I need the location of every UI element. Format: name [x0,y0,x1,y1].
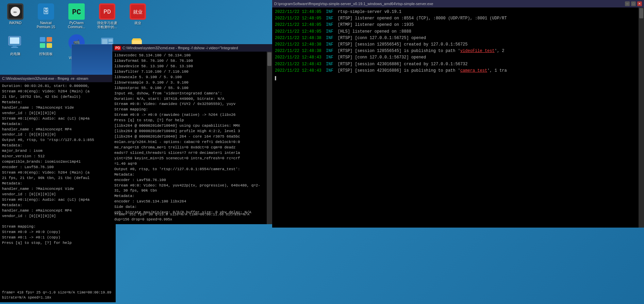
cmd-dshow-title: C:\Windows\system32\cmd.exe - ffmpeg -f … [122,46,238,50]
cmd-line: handler_name : ?Mainconcept Vide [2,105,114,111]
pycharm-label: PyCharmCommuni... [68,21,85,29]
icon-this-pc[interactable]: 此电脑 [3,34,27,60]
svg-rect-13 [13,45,17,47]
cmd-line: libpostproc 55. 9.100 / 55. 9.100 [114,86,266,91]
icon-pycharm[interactable]: PC PyCharmCommuni... [65,3,88,29]
scroll-thumb[interactable] [267,52,271,66]
rtsp-time-8: 2022/11/22 12:48:43 [275,55,321,60]
rtsp-server-window[interactable]: D:\programSoftware\ffmpeg\rtsp-simple-se… [272,0,644,228]
cmd-line: Stream #0:0 -> #0:0 (copy) [2,230,114,235]
icon-career[interactable]: 就业 就业 [126,3,150,29]
control-panel-image [38,34,54,51]
study-label: 强化学习在废劳检测中的... [97,21,117,29]
study-image: PD [99,3,115,20]
rtsp-level-4: INF [326,29,333,34]
rtsp-text-7a: [RTSP] [session 128556545] is publishing… [338,49,460,53]
svg-text:PD: PD [103,8,111,15]
close-button[interactable]: ✕ [637,1,642,6]
rtsp-log-line-2: 2022/11/22 12:48:05 INF [RTSP] listener … [275,15,637,22]
cmd-line: Stream #0:0(eng): Video: h264 (Main) (a [2,89,114,94]
rtsp-log-line-3: 2022/11/22 12:48:05 INF [RTMP] listener … [275,22,637,28]
cmd-restream-title: C:\Windows\system32\cmd.exe - ffmpeg -re… [2,76,88,81]
cmd-line: eads=7 sliced_threads=1 slices=7 nr=0 de… [114,150,266,156]
cmd-line: Duration: N/A, start: 187419.449000, bit… [114,96,266,102]
cmd-line: Output #0, rtsp, to 'rtsp://127.0.0.1:85… [114,167,266,172]
rtsp-time-9: 2022/11/22 12:48:43 [275,62,321,67]
cmd-line: [libx264 @ 00000201de710040] using cpu c… [114,123,266,129]
cmd-line: Output #0, rtsp, to 'rtsp://127.0.0.1:85… [2,138,114,143]
cmd-line-status-2: frame= 351 fps= 30 q=23.0 size=N/A time=… [114,212,266,222]
cmd-line: major_brand : isom [2,148,114,154]
cmd-line: Stream #0:1(eng): Audio: aac (LC) (mp4a [2,116,114,122]
cmd-line: Stream #0:0: Video: rawvideo (YUY2 / 0x3… [114,102,266,107]
cmd-restream-window[interactable]: C:\Windows\system32\cmd.exe - ffmpeg -re… [0,75,116,302]
pycharm-image: PC [68,3,85,20]
cmd-line: Metadata: [2,143,114,148]
cmd-line: Press [q] to stop, [?] for help [114,118,266,123]
cmd-line: compatible_brands: isomiso2avc1mp41 [2,159,114,165]
cmd-line: Stream #0:0 -> #0:0 (rawvideo (native) -… [114,112,266,118]
cmd-restream-titlebar: C:\Windows\system32\cmd.exe - ffmpeg -re… [0,75,116,82]
cmd-line: Metadata: [2,122,114,127]
rtsp-scroll-thumb[interactable] [639,8,643,18]
cmd-line: handler_name : #Mainconcept MP4 [2,127,114,132]
icon-study[interactable]: PD 强化学习在废劳检测中的... [95,3,119,29]
cmd-line: encoder : Lavf58.76.100 [2,165,114,170]
rtsp-log-line-5: 2022/11/22 12:48:38 INF [RTSP] [conn 127… [275,35,637,41]
cmd-line: vendor_id : [0][0][0][0] [2,214,114,219]
cmd-line: 21 tbr, 10752 tbn, 42 tbc (default) [2,94,114,100]
icon-control-panel[interactable]: 控制面板 [34,34,58,60]
cmd-dshow-scrollbar[interactable] [267,52,272,224]
cmd-line: libavformat 58. 76.100 / 58. 76.100 [114,58,266,64]
rtsp-time-2: 2022/11/22 12:48:05 [275,16,321,21]
rtsp-text-3: [RTMP] listener opened on :1935 [338,22,414,27]
svg-rect-17 [40,43,45,48]
cmd-line: handler_name : #Mainconcept MP4 [2,208,114,214]
rtsp-text-6: [RTSP] [session 128556545] created by 12… [338,42,468,47]
cmd-line: yint=250 keyint_min=25 scenecut=0 intra_… [114,156,266,161]
svg-text:🗄: 🗄 [43,7,49,16]
cmd-dshow-window[interactable]: PD C:\Windows\system32\cmd.exe - ffmpeg … [112,44,272,224]
this-pc-image [7,34,23,51]
rtsp-time-5: 2022/11/22 12:48:38 [275,36,321,40]
svg-rect-18 [47,43,52,48]
rtsp-text-8: [RTSP] [conn 127.0.0.1:56732] opened [338,55,426,60]
rtsp-time-1: 2022/11/22 12:48:05 [275,10,321,14]
cmd-line: Stream #0:0: Video: h264, yuv422p(tv, pr… [114,183,266,194]
cmd-line: Stream mapping: [2,224,114,230]
rtsp-content: 2022/11/22 12:48:05 INF rtsp-simple-serv… [272,7,644,228]
svg-rect-12 [10,37,19,44]
icon-inkpad[interactable]: ✏ INKPAD [3,3,27,29]
rtsp-level-8: INF [326,55,333,60]
rtsp-level-9: INF [326,62,333,67]
cmd-line: Stream #0:1 -> #0:1 (copy) [2,235,114,240]
cmd-line: vendor_id : [0][0][0][0] [2,192,114,197]
cmd-line: Stream #0:0(eng): Video: h264 (Main) (a [2,170,114,176]
svg-rect-23 [109,39,113,42]
svg-text:PC: PC [72,8,81,17]
cmd-line: Side data: [114,204,266,210]
rtsp-level-1: INF [326,10,333,14]
rtsp-text-5: [RTSP] [conn 127.0.0.1:56725] opened [338,36,426,40]
cmd-line: vendor_id : [0][0][0][0] [2,111,114,116]
cmd-line: eolan.org/x264.html - options: cabac=0 r… [114,140,266,145]
inkpad-image: ✏ [7,3,23,20]
rtsp-log-line-9: 2022/11/22 12:48:43 INF [RTSP] [session … [275,61,637,68]
cmd-line: vendor_id : [0][0][0][0] [2,132,114,138]
cmd-line: libavfilter 7.110.100 / 7.110.100 [114,69,266,75]
cmd-line: minor_version : 512 [2,154,114,159]
rtsp-time-6: 2022/11/22 12:48:38 [275,42,321,47]
svg-text:就业: 就业 [133,10,143,15]
cmd-line: Stream #0:1(eng): Audio: aac (LC) (mp4a [2,197,114,203]
icon-navicat[interactable]: 🗄 NavicatPremium 15 [34,3,58,29]
pd-badge: PD [114,46,121,50]
minimize-button[interactable]: ─ [625,1,630,6]
maximize-button[interactable]: □ [631,1,636,6]
window-controls: ─ □ ✕ [625,1,642,6]
cmd-line: Stream mapping: [114,107,266,112]
rtsp-scrollbar[interactable] [639,7,644,228]
cmd-line: libavcodec 58.134.100 / 58.134.100 [114,53,266,58]
rtsp-text-10a: [RTSP] [session 423016886] is publishing… [338,68,460,73]
rtsp-time-4: 2022/11/22 12:48:05 [275,29,321,34]
rtsp-cursor: ▌ [275,75,637,82]
